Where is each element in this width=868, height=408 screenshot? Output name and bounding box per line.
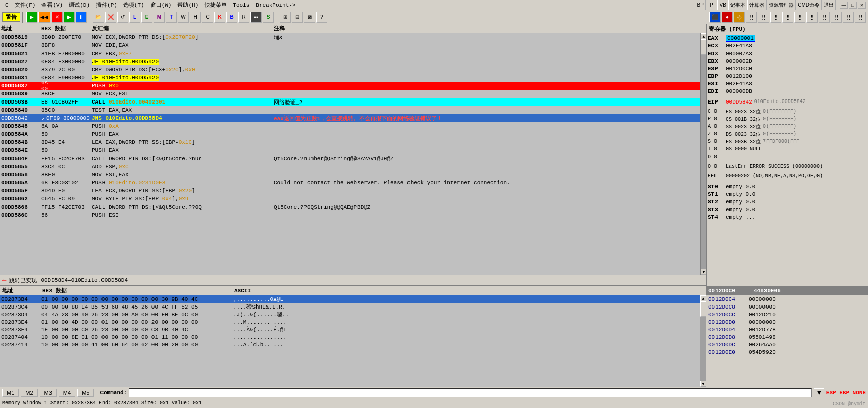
- tb-close[interactable]: ❌: [105, 12, 116, 23]
- stack-row[interactable]: 0012D0C800000000: [706, 303, 868, 311]
- reg-esp[interactable]: ESP 0012D0C0: [708, 65, 867, 72]
- tb-run2[interactable]: ▶: [64, 12, 75, 23]
- stack-row[interactable]: 0012D0D40012D778: [706, 326, 868, 333]
- tb-dots8[interactable]: ⣿: [819, 12, 830, 23]
- table-row[interactable]: 00DD5827 0F84 F3000000 JE 010Edito.00DD5…: [0, 58, 700, 66]
- scroll-track[interactable]: [701, 39, 706, 269]
- reg-eax[interactable]: EAX 00000001: [708, 34, 867, 42]
- stack-row[interactable]: 0012D0C400000000: [706, 295, 868, 303]
- menu-file[interactable]: C: [2, 1, 12, 9]
- menu-view[interactable]: 查看(V): [38, 0, 66, 10]
- cmd-tab-m1[interactable]: M1: [2, 389, 19, 397]
- tb-dots5[interactable]: ⣿: [782, 12, 793, 23]
- table-row[interactable]: 00DD585A 68 F8D03102 PUSH 010Edito.0231D…: [0, 179, 700, 187]
- tb-red1[interactable]: ●: [722, 12, 733, 23]
- reg-edx[interactable]: EDX 000007A3: [708, 49, 867, 57]
- tb-step-back[interactable]: ◀◀: [38, 12, 50, 23]
- stack-row[interactable]: 0012D0CC0012D210: [706, 311, 868, 318]
- tb-M[interactable]: M: [154, 12, 165, 23]
- memory-row[interactable]: 00287414 10 00 00 00 00 41 00 60 64 00 6…: [0, 341, 700, 348]
- scroll-down-btn[interactable]: ▼: [701, 269, 706, 275]
- tb-q[interactable]: ?: [316, 12, 327, 23]
- scroll-up-btn[interactable]: ▲: [701, 33, 706, 39]
- memory-row[interactable]: 00287404 10 00 00 8E 01 00 00 00 00 00 0…: [0, 333, 700, 341]
- tb-dots10[interactable]: ⣿: [843, 12, 854, 23]
- menu-breakpoint[interactable]: BreakPoint->: [252, 1, 298, 9]
- tb-run[interactable]: ▶: [26, 12, 37, 23]
- tb-B[interactable]: B: [226, 12, 237, 23]
- menu-file-text[interactable]: 文件(F): [12, 0, 39, 10]
- tb-L[interactable]: L: [129, 12, 140, 23]
- menu-options[interactable]: 选项(T): [120, 0, 147, 10]
- table-row[interactable]: 00DD583B E8 61CB62FF CALL 010Edito.00402…: [0, 98, 700, 106]
- stack-row[interactable]: 0012D0D805501498: [706, 333, 868, 341]
- tb-restart[interactable]: ↺: [117, 12, 128, 23]
- tb-K[interactable]: K: [214, 12, 225, 23]
- tb-W[interactable]: W: [178, 12, 189, 23]
- scroll-thumb[interactable]: [701, 39, 706, 55]
- table-row[interactable]: 00DD586C 56 PUSH ESI: [0, 211, 700, 219]
- table-row[interactable]: 00DD584A 50 PUSH EAX: [0, 130, 700, 138]
- tb-grid3[interactable]: ⊠: [304, 12, 315, 23]
- memory-row[interactable]: 002873D4 04 4A 28 00 90 26 28 00 00 A0 0…: [0, 311, 700, 318]
- mem-scroll-track[interactable]: [700, 301, 706, 381]
- reg-ebx[interactable]: EBX 0000002D: [708, 57, 867, 65]
- menu-tools[interactable]: Tools: [230, 1, 252, 9]
- tb-H[interactable]: H: [190, 12, 201, 23]
- table-row[interactable]: 00DD5848 6A 0A PUSH 0xA: [0, 122, 700, 130]
- memory-row[interactable]: 002873C4 00 00 00 88 E4 B5 53 68 48 45 2…: [0, 303, 700, 311]
- memory-scrollbar[interactable]: ▲ ▼: [700, 295, 706, 387]
- cmd-tab-m5[interactable]: M5: [77, 389, 94, 397]
- tb-S[interactable]: S: [263, 12, 274, 23]
- btn-bp[interactable]: BP: [695, 0, 706, 11]
- table-row[interactable]: 00DD5862 C645 FC 09 MOV BYTE PTR SS:[EBP…: [0, 195, 700, 203]
- table-row[interactable]: 00DD5842 ↙ 0F89 8C000000 JNS 010Edito.00…: [0, 114, 700, 122]
- menu-debug[interactable]: 调试(D): [66, 0, 93, 10]
- tb-grid2[interactable]: ⊟: [292, 12, 303, 23]
- table-row[interactable]: 00DD5855 83C4 0C ADD ESP,0xC: [0, 163, 700, 171]
- tb-dots1[interactable]: ▪▪: [250, 12, 262, 23]
- reg-esi[interactable]: ESI 002F41A8: [708, 80, 867, 87]
- table-row[interactable]: 00DD5821 81FB E7000000 CMP EBX,0xE7: [0, 49, 700, 58]
- table-row[interactable]: 00DD5837 6A 00 PUSH 0x0: [0, 82, 700, 90]
- tb-dots9[interactable]: ⣿: [831, 12, 842, 23]
- cmd-tab-m3[interactable]: M3: [40, 389, 57, 397]
- mem-scroll-thumb[interactable]: [700, 301, 706, 317]
- menu-help[interactable]: 帮助(H): [174, 0, 201, 10]
- mem-scroll-down[interactable]: ▼: [700, 381, 706, 387]
- table-row[interactable]: 00DD5858 8BF0 MOV ESI,EAX: [0, 171, 700, 179]
- menu-shortcuts[interactable]: 快捷菜单: [201, 0, 230, 10]
- tb-dots6[interactable]: ⣿: [794, 12, 805, 23]
- table-row[interactable]: 00DD585F 8D4D E0 LEA ECX,DWORD PTR SS:[E…: [0, 187, 700, 195]
- btn-p[interactable]: P: [706, 0, 717, 11]
- win-close[interactable]: ✕: [858, 2, 866, 9]
- tb-dots3[interactable]: ⣿: [758, 12, 769, 23]
- table-row[interactable]: 00DD5840 85C0 TEST EAX,EAX: [0, 106, 700, 114]
- btn-notepad[interactable]: 记事本: [728, 0, 747, 11]
- table-row[interactable]: 00DD584B 8D45 E4 LEA EAX,DWORD PTR SS:[E…: [0, 138, 700, 146]
- stack-row[interactable]: 0012D0DC00264AA0: [706, 341, 868, 348]
- table-row[interactable]: 00DD5831 0F84 E9000000 JE 010Edito.00DD5…: [0, 74, 700, 82]
- stack-row[interactable]: 0012D0E0054D5920: [706, 348, 868, 356]
- table-row[interactable]: 00DD584F FF15 FC2CE703 CALL DWORD PTR DS…: [0, 155, 700, 163]
- cmd-tab-m2[interactable]: M2: [21, 389, 37, 397]
- table-row[interactable]: 00DD5819 8B0D 200FE70 MOV ECX,DWORD PTR …: [0, 33, 700, 41]
- table-row[interactable]: 00DD582D 8379 2C 00 CMP DWORD PTR DS:[EC…: [0, 66, 700, 74]
- btn-calc[interactable]: 计算器: [747, 0, 767, 11]
- btn-cmd[interactable]: CMD命令: [796, 0, 822, 11]
- stack-row[interactable]: 0012D0D000000000: [706, 318, 868, 326]
- win-max[interactable]: □: [849, 2, 857, 9]
- btn-exit[interactable]: 退出: [822, 0, 836, 11]
- memory-row[interactable]: 002873B4 01 00 00 00 00 00 00 00 00 00 0…: [0, 295, 700, 303]
- reg-edi[interactable]: EDI 000000DB: [708, 87, 867, 95]
- tb-R[interactable]: R: [238, 12, 249, 23]
- mem-scroll-up[interactable]: ▲: [700, 295, 706, 301]
- cmd-input[interactable]: [129, 388, 812, 397]
- btn-vb[interactable]: VB: [717, 0, 728, 11]
- cmd-dropdown-btn[interactable]: ▼: [814, 388, 824, 397]
- tb-T[interactable]: T: [166, 12, 177, 23]
- table-row[interactable]: 00DD581F 8BF8 MOV EDI,EAX: [0, 41, 700, 49]
- tb-dots4[interactable]: ⣿: [770, 12, 781, 23]
- memory-row[interactable]: 002873E4 01 00 00 4D 00 00 01 00 00 00 0…: [0, 318, 700, 326]
- btn-explorer[interactable]: 资源管理器: [767, 0, 796, 11]
